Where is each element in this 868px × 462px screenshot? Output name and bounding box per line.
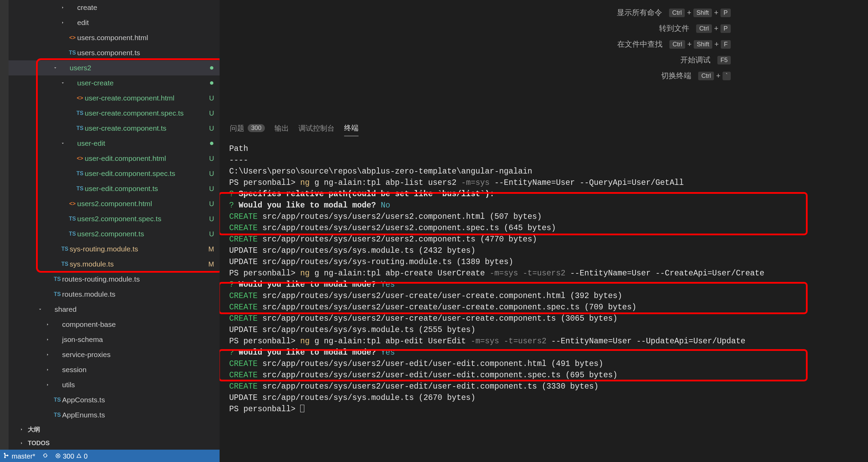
- kbd-key: `: [723, 72, 731, 80]
- tree-folder[interactable]: component-base: [9, 317, 220, 332]
- tree-file[interactable]: <>users.component.html: [9, 30, 220, 45]
- terminal-line: CREATE src/app/routes/sys/users2/users2.…: [229, 234, 858, 245]
- terminal-line: UPDATE src/app/routes/sys/sys.module.ts …: [229, 324, 858, 336]
- chevron-right-icon[interactable]: [45, 367, 50, 372]
- chevron-down-icon[interactable]: [52, 65, 58, 71]
- terminal-span: PS personball>: [229, 178, 300, 187]
- tab-output[interactable]: 输出: [274, 123, 289, 133]
- tree-folder[interactable]: user-create: [9, 75, 220, 91]
- status-branch[interactable]: master*: [3, 452, 35, 460]
- tree-file[interactable]: TSroutes-routing.module.ts: [9, 272, 220, 287]
- chevron-right-icon[interactable]: [60, 20, 66, 25]
- tree-item-label: shared: [55, 305, 77, 313]
- terminal-span: CREATE: [229, 303, 258, 312]
- tree-folder[interactable]: edit: [9, 15, 220, 30]
- chevron-down-icon[interactable]: [60, 80, 66, 86]
- hint-label: 切换终端: [661, 71, 691, 81]
- terminal-span: src/app/routes/sys/users2/users2.compone…: [258, 224, 556, 233]
- chevron-right-icon[interactable]: [45, 337, 50, 342]
- tab-terminal[interactable]: 终端: [344, 120, 359, 136]
- terminal-span: ng: [300, 269, 314, 278]
- status-errors-count: 300: [63, 452, 74, 460]
- terminal-span: g ng-alain:tpl abp-list users2: [314, 178, 461, 187]
- html-icon: <>: [68, 201, 77, 207]
- tree-folder[interactable]: utils: [9, 377, 220, 392]
- tree-file[interactable]: TSuser-create.component.ts: [9, 121, 220, 136]
- tab-terminal-label: 终端: [344, 123, 359, 133]
- tree-arrow-spacer: [45, 412, 50, 418]
- tree-file[interactable]: TSusers2.component.ts: [9, 226, 220, 241]
- tree-file[interactable]: TSAppEnums.ts: [9, 407, 220, 423]
- warning-icon: [76, 452, 82, 460]
- terminal-span: UPDATE src/app/routes/sys/sys.module.ts …: [229, 246, 476, 255]
- chevron-down-icon[interactable]: [60, 141, 66, 146]
- terminal-line: CREATE src/app/routes/sys/users2/users2.…: [229, 211, 858, 223]
- tree-section[interactable]: TODOS: [9, 436, 220, 450]
- tree-file[interactable]: TSusers.component.ts: [9, 45, 220, 60]
- terminal-line: PS personball> ng g ng-alain:tpl abp-cre…: [229, 268, 858, 279]
- tab-debug-console[interactable]: 调试控制台: [298, 123, 335, 133]
- tree-file[interactable]: TSuser-create.component.spec.ts: [9, 106, 220, 121]
- tree-file[interactable]: <>users2.component.html: [9, 196, 220, 211]
- tree-file[interactable]: TSsys.module.ts: [9, 257, 220, 272]
- chevron-right-icon[interactable]: [45, 352, 50, 357]
- kbd-key: Shift: [694, 40, 712, 49]
- tree-file[interactable]: TSusers2.component.spec.ts: [9, 211, 220, 226]
- status-branch-label: master*: [12, 452, 35, 460]
- tree-item-label: users2.component.html: [77, 200, 152, 208]
- terminal-line: PS personball>: [229, 404, 858, 415]
- tree-file[interactable]: <>user-create.component.html: [9, 91, 220, 106]
- terminal-line: CREATE src/app/routes/sys/users2/user-cr…: [229, 313, 858, 324]
- terminal-span: --EntityName=User --QueryApi=User/GetAll: [490, 178, 684, 187]
- welcome-hint-row: 开始调试F5: [233, 52, 868, 68]
- tree-item-label: AppConsts.ts: [62, 396, 105, 404]
- tree-item-label: users2: [70, 64, 91, 72]
- tree-section-label: TODOS: [28, 440, 50, 447]
- tree-folder[interactable]: shared: [9, 302, 220, 317]
- typescript-icon: TS: [68, 231, 77, 237]
- terminal-span: CREATE: [229, 382, 258, 391]
- terminal-line: CREATE src/app/routes/sys/users2/user-cr…: [229, 302, 858, 313]
- terminal-span: ?: [229, 280, 234, 289]
- tab-problems[interactable]: 问题 300: [230, 123, 265, 133]
- terminal-span: PS personball>: [229, 405, 300, 414]
- problems-count-badge: 300: [248, 124, 265, 132]
- tree-file[interactable]: TSroutes.module.ts: [9, 287, 220, 302]
- tree-file[interactable]: TSsys-routing.module.ts: [9, 241, 220, 257]
- tree-folder[interactable]: json-schema: [9, 332, 220, 347]
- chevron-right-icon[interactable]: [45, 322, 50, 327]
- tree-folder[interactable]: service-proxies: [9, 347, 220, 362]
- kbd-key: Ctrl: [698, 72, 714, 80]
- tree-item-label: service-proxies: [62, 351, 110, 359]
- terminal-line: CREATE src/app/routes/sys/users2/user-cr…: [229, 291, 858, 302]
- terminal[interactable]: Path----C:\Users\perso\source\repos\abpl…: [220, 137, 868, 462]
- status-bar: master* 300 0: [0, 450, 220, 462]
- tree-arrow-spacer: [68, 186, 73, 191]
- tree-folder[interactable]: user-edit: [9, 136, 220, 151]
- html-icon: <>: [75, 155, 85, 162]
- chevron-down-icon[interactable]: [37, 307, 43, 312]
- terminal-span: CREATE: [229, 314, 258, 323]
- status-problems[interactable]: 300 0: [55, 452, 88, 460]
- tree-file[interactable]: TSAppConsts.ts: [9, 392, 220, 407]
- status-sync[interactable]: [42, 452, 48, 460]
- chevron-right-icon[interactable]: [60, 5, 66, 10]
- tree-section[interactable]: 大纲: [9, 423, 220, 436]
- typescript-icon: TS: [52, 397, 62, 403]
- tree-folder[interactable]: create: [9, 0, 220, 15]
- hint-keys: F5: [717, 56, 731, 64]
- tree-folder[interactable]: users2: [9, 60, 220, 75]
- terminal-line: C:\Users\perso\source\repos\abplus-zero-…: [229, 166, 858, 177]
- tree-arrow-spacer: [45, 292, 50, 297]
- tree-file[interactable]: TSuser-edit.component.spec.ts: [9, 166, 220, 181]
- kbd-key: F5: [717, 56, 731, 64]
- tree-folder[interactable]: session: [9, 362, 220, 377]
- chevron-right-icon[interactable]: [45, 382, 50, 388]
- tree-file[interactable]: TSuser-edit.component.ts: [9, 181, 220, 196]
- typescript-icon: TS: [60, 246, 70, 252]
- tree-item-label: users.component.html: [77, 34, 148, 42]
- tree-item-label: user-create: [77, 79, 114, 87]
- tree-file[interactable]: <>user-edit.component.html: [9, 151, 220, 166]
- terminal-span: -m=sys -t=users2: [490, 269, 565, 278]
- tree-item-label: json-schema: [62, 335, 103, 344]
